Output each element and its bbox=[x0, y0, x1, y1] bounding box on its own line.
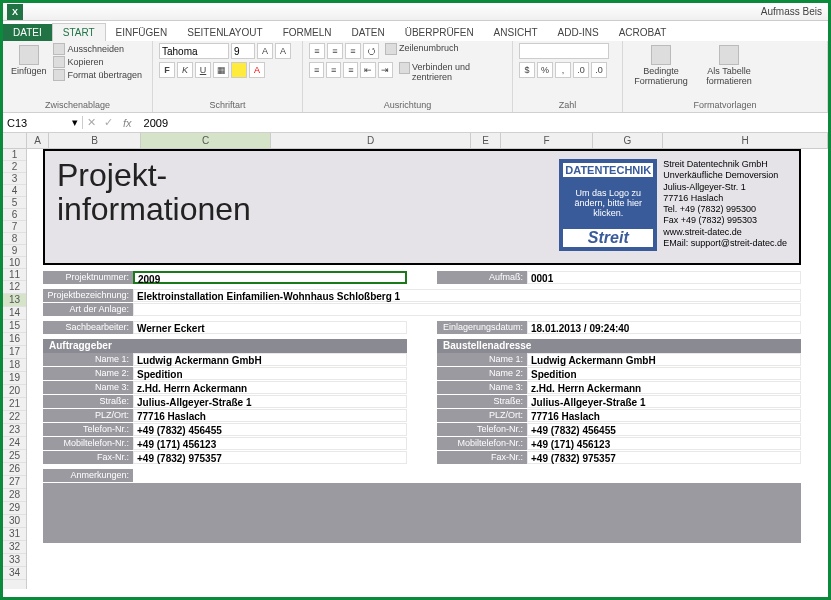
tab-seitenlayout[interactable]: SEITENLAYOUT bbox=[177, 24, 272, 41]
tab-addins[interactable]: ADD-INS bbox=[548, 24, 609, 41]
row-21[interactable]: 21 bbox=[3, 398, 26, 411]
bs-fax-value[interactable]: +49 (7832) 975357 bbox=[527, 451, 801, 464]
font-color-button[interactable]: A bbox=[249, 62, 265, 78]
einl-value[interactable]: 18.01.2013 / 09:24:40 bbox=[527, 321, 801, 334]
row-9[interactable]: 9 bbox=[3, 245, 26, 257]
row-28[interactable]: 28 bbox=[3, 489, 26, 502]
row-34[interactable]: 34 bbox=[3, 567, 26, 580]
row-13[interactable]: 13 bbox=[3, 294, 26, 307]
col-f[interactable]: F bbox=[501, 133, 593, 148]
underline-button[interactable]: U bbox=[195, 62, 211, 78]
row-29[interactable]: 29 bbox=[3, 502, 26, 515]
number-format-select[interactable] bbox=[519, 43, 609, 59]
row-19[interactable]: 19 bbox=[3, 372, 26, 385]
tab-acrobat[interactable]: ACROBAT bbox=[609, 24, 677, 41]
align-center-button[interactable]: ≡ bbox=[326, 62, 341, 78]
ag-n1-value[interactable]: Ludwig Ackermann GmbH bbox=[133, 353, 407, 366]
merge-button[interactable]: Verbinden und zentrieren bbox=[399, 62, 506, 82]
row-17[interactable]: 17 bbox=[3, 346, 26, 359]
bez-value[interactable]: Elektroinstallation Einfamilien-Wohnhaus… bbox=[133, 289, 801, 302]
row-3[interactable]: 3 bbox=[3, 173, 26, 185]
format-painter-button[interactable]: Format übertragen bbox=[53, 69, 143, 81]
row-32[interactable]: 32 bbox=[3, 541, 26, 554]
font-name-select[interactable] bbox=[159, 43, 229, 59]
align-middle-button[interactable]: ≡ bbox=[327, 43, 343, 59]
ag-fax-value[interactable]: +49 (7832) 975357 bbox=[133, 451, 407, 464]
col-d[interactable]: D bbox=[271, 133, 471, 148]
cells-area[interactable]: Projekt- informationen DATENTECHNIK Um d… bbox=[27, 149, 828, 589]
row-23[interactable]: 23 bbox=[3, 424, 26, 437]
font-size-select[interactable] bbox=[231, 43, 255, 59]
anm-area[interactable] bbox=[43, 483, 801, 543]
col-h[interactable]: H bbox=[663, 133, 828, 148]
tab-daten[interactable]: DATEN bbox=[342, 24, 395, 41]
row-12[interactable]: 12 bbox=[3, 281, 26, 294]
col-g[interactable]: G bbox=[593, 133, 663, 148]
row-26[interactable]: 26 bbox=[3, 463, 26, 476]
row-33[interactable]: 33 bbox=[3, 554, 26, 567]
bs-str-value[interactable]: Julius-Allgeyer-Straße 1 bbox=[527, 395, 801, 408]
tab-einfuegen[interactable]: EINFÜGEN bbox=[106, 24, 178, 41]
worksheet[interactable]: 1234567891011121314151617181920212223242… bbox=[3, 149, 828, 589]
row-15[interactable]: 15 bbox=[3, 320, 26, 333]
row-22[interactable]: 22 bbox=[3, 411, 26, 424]
indent-inc-button[interactable]: ⇥ bbox=[378, 62, 393, 78]
row-2[interactable]: 2 bbox=[3, 161, 26, 173]
ag-n2-value[interactable]: Spedition bbox=[133, 367, 407, 380]
row-16[interactable]: 16 bbox=[3, 333, 26, 346]
row-10[interactable]: 10 bbox=[3, 257, 26, 269]
fx-icon[interactable]: fx bbox=[117, 117, 138, 129]
cut-button[interactable]: Ausschneiden bbox=[53, 43, 143, 55]
format-table-button[interactable]: Als Tabelle formatieren bbox=[697, 43, 761, 88]
col-b[interactable]: B bbox=[49, 133, 141, 148]
bs-n1-value[interactable]: Ludwig Ackermann GmbH bbox=[527, 353, 801, 366]
file-tab[interactable]: DATEI bbox=[3, 24, 52, 41]
projektnr-value[interactable]: 2009 bbox=[133, 271, 407, 284]
ag-n3-value[interactable]: z.Hd. Herrn Ackermann bbox=[133, 381, 407, 394]
tab-start[interactable]: START bbox=[52, 23, 106, 41]
row-24[interactable]: 24 bbox=[3, 437, 26, 450]
art-value[interactable] bbox=[133, 303, 801, 316]
fill-color-button[interactable] bbox=[231, 62, 247, 78]
company-logo[interactable]: DATENTECHNIK Um das Logo zu ändern, bitt… bbox=[559, 159, 657, 251]
row-6[interactable]: 6 bbox=[3, 209, 26, 221]
row-1[interactable]: 1 bbox=[3, 149, 26, 161]
row-31[interactable]: 31 bbox=[3, 528, 26, 541]
bs-n3-value[interactable]: z.Hd. Herrn Ackermann bbox=[527, 381, 801, 394]
copy-button[interactable]: Kopieren bbox=[53, 56, 143, 68]
percent-button[interactable]: % bbox=[537, 62, 553, 78]
col-c[interactable]: C bbox=[141, 133, 271, 148]
row-14[interactable]: 14 bbox=[3, 307, 26, 320]
col-a[interactable]: A bbox=[27, 133, 49, 148]
select-all-corner[interactable] bbox=[3, 133, 27, 148]
tab-formeln[interactable]: FORMELN bbox=[273, 24, 342, 41]
cancel-icon[interactable]: ✕ bbox=[83, 116, 100, 129]
tab-ueberpruefen[interactable]: ÜBERPRÜFEN bbox=[395, 24, 484, 41]
row-30[interactable]: 30 bbox=[3, 515, 26, 528]
row-8[interactable]: 8 bbox=[3, 233, 26, 245]
conditional-format-button[interactable]: Bedingte Formatierung bbox=[629, 43, 693, 88]
paste-button[interactable]: Einfügen bbox=[9, 43, 49, 78]
increase-font-button[interactable]: A bbox=[257, 43, 273, 59]
dec-decimal-button[interactable]: .0 bbox=[591, 62, 607, 78]
row-18[interactable]: 18 bbox=[3, 359, 26, 372]
wrap-text-button[interactable]: Zeilenumbruch bbox=[385, 43, 459, 59]
currency-button[interactable]: $ bbox=[519, 62, 535, 78]
indent-dec-button[interactable]: ⇤ bbox=[360, 62, 375, 78]
row-25[interactable]: 25 bbox=[3, 450, 26, 463]
bs-mob-value[interactable]: +49 (171) 456123 bbox=[527, 437, 801, 450]
bs-n2-value[interactable]: Spedition bbox=[527, 367, 801, 380]
align-left-button[interactable]: ≡ bbox=[309, 62, 324, 78]
bs-plz-value[interactable]: 77716 Haslach bbox=[527, 409, 801, 422]
comma-button[interactable]: , bbox=[555, 62, 571, 78]
ag-tel-value[interactable]: +49 (7832) 456455 bbox=[133, 423, 407, 436]
row-5[interactable]: 5 bbox=[3, 197, 26, 209]
inc-decimal-button[interactable]: .0 bbox=[573, 62, 589, 78]
formula-value[interactable]: 2009 bbox=[138, 117, 168, 129]
bs-tel-value[interactable]: +49 (7832) 456455 bbox=[527, 423, 801, 436]
ag-str-value[interactable]: Julius-Allgeyer-Straße 1 bbox=[133, 395, 407, 408]
align-top-button[interactable]: ≡ bbox=[309, 43, 325, 59]
aufmass-value[interactable]: 0001 bbox=[527, 271, 801, 284]
row-11[interactable]: 11 bbox=[3, 269, 26, 281]
orientation-button[interactable]: ⭯ bbox=[363, 43, 379, 59]
